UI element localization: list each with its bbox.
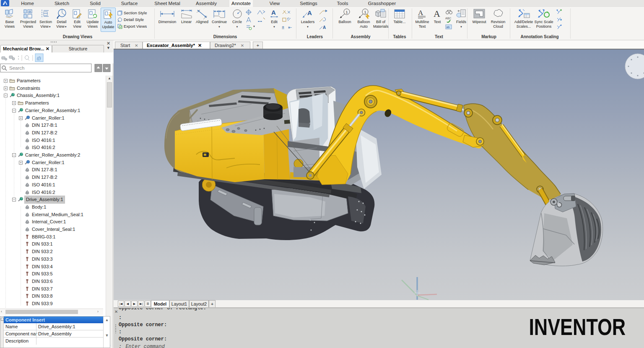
- svg-text:A: A: [418, 9, 423, 17]
- svg-text:A: A: [307, 9, 312, 16]
- svg-text:A: A: [323, 25, 326, 30]
- svg-text:(f): (f): [37, 56, 41, 61]
- svg-text:A: A: [434, 8, 440, 19]
- svg-text:ABC: ABC: [445, 17, 451, 20]
- svg-text:Search: Search: [9, 65, 24, 71]
- svg-text:ab: ab: [447, 26, 450, 29]
- svg-text:1: 1: [345, 10, 348, 14]
- svg-text:A: A: [271, 9, 276, 16]
- svg-text:1: 1: [364, 10, 366, 14]
